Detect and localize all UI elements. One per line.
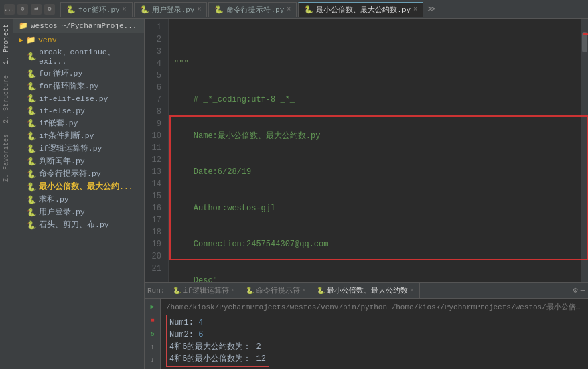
- file-icon-if-logic: 🐍: [27, 144, 36, 153]
- editor-area: 12345 678910 1112131415 1617181920 21 ""…: [145, 19, 588, 369]
- python-icon-4: 🐍: [304, 5, 313, 14]
- title-icon-add[interactable]: ⊕: [17, 4, 28, 15]
- tab-overflow-icon[interactable]: ≫: [427, 4, 436, 14]
- num1-label: Num1:: [169, 318, 198, 327]
- bottom-tabs: Run: 🐍 if逻辑运算符 × 🐍 命令行提示符 × 🐍 最小公倍数、最大公约…: [145, 283, 588, 299]
- file-icon-leap: 🐍: [27, 157, 36, 166]
- python-icon: 🐍: [66, 5, 76, 14]
- sidebar-item-break[interactable]: 🐍 break、continue、exi...: [13, 46, 144, 67]
- run-play-button[interactable]: ▶: [147, 301, 158, 312]
- output-line-4: 4和6的最小公倍数为： 12: [169, 353, 266, 365]
- sidebar-item-cmdprompt[interactable]: 🐍 命令行提示符.py: [13, 167, 144, 180]
- sidebar-item-rockpaper[interactable]: 🐍 石头、剪刀、布.py: [13, 218, 144, 231]
- tab-close-for-loop[interactable]: ×: [123, 6, 127, 13]
- sidebar-item-leap[interactable]: 🐍 判断闰年.py: [13, 155, 144, 167]
- vtab-structure[interactable]: 2. Structure: [1, 70, 11, 129]
- code-line-1: """: [174, 58, 576, 70]
- project-icon: 📁: [19, 21, 28, 30]
- vertical-tabs: 1. Project 2. Structure Z. Favorites: [0, 19, 13, 369]
- run-tab-lcmgcd[interactable]: 🐍 最小公倍数、最大公约数 ×: [311, 283, 419, 298]
- output-line-3: 4和6的最大公约数为： 2: [169, 341, 266, 353]
- file-icon-break: 🐍: [27, 52, 36, 61]
- file-icon-if-elif: 🐍: [27, 94, 36, 103]
- code-container: 12345 678910 1112131415 1617181920 21 ""…: [145, 19, 588, 282]
- title-icon-swap[interactable]: ⇄: [31, 4, 42, 15]
- sidebar-item-for-fac[interactable]: 🐍 for循环阶乘.py: [13, 80, 144, 92]
- run-tab-close-1[interactable]: ×: [231, 287, 234, 294]
- python-icon-3: 🐍: [214, 5, 224, 14]
- file-icon-sum: 🐍: [27, 195, 36, 204]
- file-icon-rockpaper: 🐍: [27, 220, 36, 230]
- file-icon-lcmgcd: 🐍: [27, 182, 36, 192]
- scrollbar-marker: [583, 33, 588, 35]
- sidebar-item-for[interactable]: 🐍 for循环.py: [13, 67, 144, 80]
- sidebar-item-if-cond[interactable]: 🐍 if条件判断.py: [13, 129, 144, 142]
- tab-close-lcm-gcd[interactable]: ×: [413, 6, 417, 13]
- output-line-1: Num1: 4: [169, 317, 266, 329]
- vtab-project[interactable]: 1. Project: [1, 19, 11, 70]
- sidebar-item-sum[interactable]: 🐍 求和.py: [13, 193, 144, 206]
- run-rerun-button[interactable]: ↻: [147, 328, 158, 339]
- sidebar-header: 📁 westos ~/PycharmProje...: [13, 19, 144, 33]
- tab-user-login[interactable]: 🐍 用户登录.py ×: [134, 2, 208, 17]
- file-icon-for: 🐍: [27, 69, 36, 78]
- output-line-2: Num2: 6: [169, 329, 266, 341]
- sidebar-item-venv[interactable]: ▶ 📁 venv: [13, 33, 144, 46]
- run-scroll-up[interactable]: ↑: [147, 342, 158, 352]
- run-output: /home/kiosk/PycharmProjects/westos/venv/…: [161, 299, 588, 369]
- folder-icon: ▶: [19, 35, 23, 44]
- sidebar-item-if-elif[interactable]: 🐍 if-elif-else.py: [13, 92, 144, 104]
- run-tab-if-logic[interactable]: 🐍 if逻辑运算符 ×: [167, 283, 240, 298]
- bottom-panel: Run: 🐍 if逻辑运算符 × 🐍 命令行提示符 × 🐍 最小公倍数、最大公约…: [145, 282, 588, 369]
- python-run-icon-2: 🐍: [246, 287, 254, 295]
- run-content: ▶ ■ ↻ ↑ ↓ /home/kiosk/PycharmProjects/we…: [145, 299, 588, 369]
- file-icon-if-nested: 🐍: [27, 119, 36, 128]
- sidebar-item-lcmgcd[interactable]: 🐍 最小公倍数、最大公约...: [13, 180, 144, 193]
- sidebar-item-if-nested[interactable]: 🐍 if嵌套.py: [13, 117, 144, 129]
- sidebar-content: ▶ 📁 venv 🐍 break、continue、exi... 🐍 for循环…: [13, 33, 144, 369]
- run-toolbar: ▶ ■ ↻ ↑ ↓: [145, 299, 161, 369]
- tab-close-user-login[interactable]: ×: [197, 6, 201, 13]
- num1-value: 4: [198, 318, 203, 327]
- run-tab-cmd[interactable]: 🐍 命令行提示符 ×: [240, 283, 311, 298]
- sidebar-item-if-else[interactable]: 🐍 if-else.py: [13, 104, 144, 117]
- run-minimize-icon[interactable]: ─: [581, 286, 585, 295]
- file-icon-cmdprompt: 🐍: [27, 169, 36, 179]
- file-icon-if-else: 🐍: [27, 106, 36, 115]
- editor-scrollbar[interactable]: [581, 19, 588, 282]
- lcm-value: 12: [251, 354, 266, 364]
- python-icon-2: 🐍: [140, 5, 149, 14]
- run-stop-button[interactable]: ■: [147, 315, 158, 325]
- title-icon-menu[interactable]: ...: [4, 4, 15, 15]
- run-scroll-down[interactable]: ↓: [147, 355, 158, 366]
- code-line-5: Author:westos-gjl: [174, 202, 576, 214]
- code-editor[interactable]: """ # _*_coding:utf-8 _*_ Name:最小公倍数、最大公…: [169, 19, 581, 282]
- venv-folder-icon: 📁: [26, 35, 35, 44]
- code-line-4: Date:6/28/19: [174, 166, 576, 178]
- num2-value: 6: [198, 330, 203, 340]
- vtab-favorites[interactable]: Z. Favorites: [1, 129, 11, 188]
- run-tab-close-3[interactable]: ×: [410, 287, 413, 294]
- sidebar-item-if-logic[interactable]: 🐍 if逻辑运算符.py: [13, 142, 144, 155]
- file-icon-for-fac: 🐍: [27, 82, 36, 91]
- tab-lcm-gcd[interactable]: 🐍 最小公倍数、最大公约数.py ×: [298, 2, 423, 17]
- file-icon-userlogin: 🐍: [27, 208, 36, 217]
- code-line-2: # _*_coding:utf-8 _*_: [174, 94, 576, 106]
- file-icon-if-cond: 🐍: [27, 131, 36, 141]
- tab-close-cmd[interactable]: ×: [287, 6, 291, 13]
- run-label: Run:: [147, 287, 165, 295]
- gcd-value: 2: [251, 342, 261, 352]
- lcm-label: 4和6的最小公倍数为：: [169, 354, 251, 364]
- run-tab-close-2[interactable]: ×: [302, 287, 305, 294]
- sidebar-item-userlogin[interactable]: 🐍 用户登录.py: [13, 206, 144, 218]
- tab-cmd[interactable]: 🐍 命令行提示符.py ×: [208, 2, 297, 17]
- tab-bar: 🐍 for循环.py × 🐍 用户登录.py × 🐍 命令行提示符.py × 🐍…: [60, 2, 584, 17]
- tab-for-loop[interactable]: 🐍 for循环.py ×: [60, 2, 133, 17]
- python-run-icon-1: 🐍: [173, 287, 181, 295]
- run-settings-icon[interactable]: ⚙: [573, 285, 578, 295]
- output-block: Num1: 4 Num2: 6 4和6的最大公约数为： 2 4和6的最小公倍数为…: [166, 315, 269, 367]
- title-icon-settings[interactable]: ⚙: [44, 4, 55, 15]
- line-numbers: 12345 678910 1112131415 1617181920 21: [145, 19, 169, 282]
- code-line-3: Name:最小公倍数、最大公约数.py: [174, 130, 576, 142]
- code-line-7: Desc": [174, 275, 576, 282]
